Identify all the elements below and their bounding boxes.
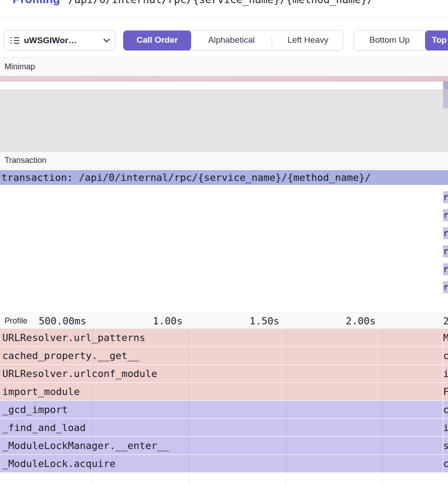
flame-frame-fragment[interactable]: i: [443, 419, 448, 436]
transaction-root-span[interactable]: transaction: /api/0/internal/rpc/{servic…: [0, 170, 448, 185]
list-icon: [10, 37, 19, 45]
page-title: /api/0/internal/rpc/{service_name}/{meth…: [68, 0, 373, 5]
sort-segmented-control: Call Order Alphabetical Left Heavy: [123, 30, 343, 51]
minimap[interactable]: [0, 76, 448, 152]
transaction-label: Transaction: [4, 152, 46, 169]
page-header: Profiling/api/0/internal/rpc/{service_na…: [0, 0, 448, 18]
flame-frame[interactable]: _gcd_import: [0, 401, 443, 418]
minimap-right-sliver: [443, 81, 448, 89]
flame-frame-fragment[interactable]: c: [443, 347, 448, 364]
flame-frame[interactable]: URLResolver.urlconf_module: [0, 365, 443, 382]
flamegraph: URLResolver.url_patterns M cached_proper…: [0, 329, 448, 485]
minimap-right-sliver-dim: [443, 89, 448, 108]
flame-frame-fragment[interactable]: c: [443, 401, 448, 418]
span-bar-fragment[interactable]: r: [443, 227, 448, 239]
clipped-header-line: Profiling/api/0/internal/rpc/{service_na…: [13, 0, 373, 5]
flame-frame[interactable]: import_module: [0, 383, 443, 400]
minimap-overlay: [0, 89, 448, 152]
time-tick: 2.50s: [443, 313, 448, 329]
sort-option-call-order[interactable]: Call Order: [123, 30, 191, 51]
flame-frame[interactable]: URLResolver.url_patterns: [0, 329, 443, 346]
transaction-section-header: Transaction: [0, 152, 448, 169]
thread-selector-button[interactable]: uWSGIWor…: [4, 30, 116, 51]
chevron-down-icon: [103, 36, 110, 42]
flame-frame-fragment[interactable]: F: [443, 383, 448, 400]
flame-frame[interactable]: _find_and_load: [0, 419, 443, 436]
span-bar-fragment[interactable]: r: [443, 191, 448, 203]
minimap-label: Minimap: [4, 58, 35, 76]
breadcrumb-link[interactable]: Profiling: [13, 0, 60, 6]
span-bar-fragment[interactable]: r: [443, 209, 448, 221]
minimap-section-header: Minimap: [0, 57, 448, 76]
time-tick: 2.00s: [346, 313, 376, 329]
flame-frame-fragment[interactable]: c: [443, 455, 448, 472]
direction-segmented-control: Bottom Up Top Down: [354, 30, 448, 51]
flame-frame-fragment[interactable]: M: [443, 329, 448, 346]
flame-frame[interactable]: _ModuleLockManager.__enter__: [0, 437, 443, 454]
time-tick: 1.00s: [153, 313, 183, 329]
toolbar: uWSGIWor… Call Order Alphabetical Left H…: [0, 18, 448, 57]
minimap-flame-band: [0, 76, 448, 81]
sort-option-left-heavy[interactable]: Left Heavy: [272, 30, 343, 51]
profile-label: Profile: [4, 313, 27, 329]
time-tick: 1.50s: [250, 313, 279, 329]
transaction-span-tree: transaction: /api/0/internal/rpc/{servic…: [0, 169, 448, 313]
profile-section-header: Profile 500.00ms 1.00s 1.50s 2.00s 2.50s: [0, 313, 448, 329]
flame-frame[interactable]: cached_property.__get__: [0, 347, 443, 364]
flame-frame-fragment[interactable]: i: [443, 365, 448, 382]
direction-option-top-down[interactable]: Top Down: [425, 30, 448, 51]
span-bar-fragment[interactable]: r: [443, 263, 448, 275]
profiling-flamegraph-page: Profiling/api/0/internal/rpc/{service_na…: [0, 0, 448, 485]
thread-selector-label: uWSGIWor…: [24, 36, 77, 45]
direction-option-bottom-up[interactable]: Bottom Up: [354, 30, 425, 51]
sort-option-alphabetical[interactable]: Alphabetical: [191, 30, 272, 51]
span-bar-fragment[interactable]: r: [443, 281, 448, 293]
time-tick: 500.00ms: [39, 313, 86, 329]
flame-frame-fragment[interactable]: s: [443, 437, 448, 454]
flame-frame[interactable]: _ModuleLock.acquire: [0, 455, 443, 472]
span-bar-fragment[interactable]: r: [443, 245, 448, 257]
